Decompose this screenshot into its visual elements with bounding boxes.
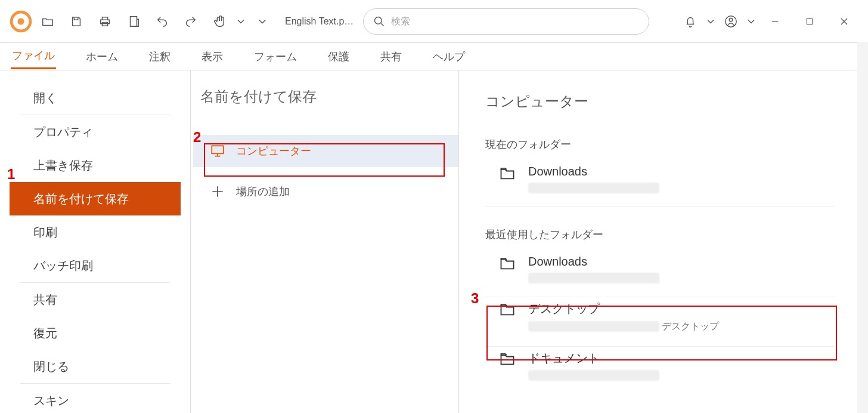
file-batch-print[interactable]: バッチ印刷 — [10, 249, 181, 282]
recent-folder-header: 最近使用したフォルダー — [485, 227, 868, 242]
tab-file[interactable]: ファイル — [11, 44, 56, 69]
folder-path — [528, 370, 659, 381]
tab-view[interactable]: 表示 — [200, 45, 224, 69]
window-close[interactable] — [827, 8, 861, 35]
svg-rect-3 — [102, 22, 107, 26]
annotation-step-3: 3 — [471, 290, 479, 307]
computer-panel-title: コンピューター — [485, 92, 868, 111]
svg-rect-8 — [807, 19, 812, 24]
tab-form[interactable]: フォーム — [253, 45, 298, 69]
file-share[interactable]: 共有 — [10, 283, 181, 316]
doc-dropdown-icon[interactable] — [249, 8, 275, 35]
location-add-place[interactable]: 場所の追加 — [193, 175, 458, 208]
file-save[interactable]: 上書き保存 — [10, 149, 181, 182]
annotation-highlight-3 — [486, 306, 837, 360]
hand-dropdown-icon[interactable] — [235, 8, 247, 35]
file-revert[interactable]: 復元 — [10, 316, 181, 350]
save-icon[interactable] — [63, 8, 89, 35]
file-close[interactable]: 閉じる — [10, 350, 181, 383]
search-input[interactable] — [391, 16, 639, 27]
undo-icon[interactable] — [149, 8, 175, 35]
svg-point-7 — [729, 18, 733, 21]
tab-share[interactable]: 共有 — [379, 45, 403, 69]
folder-icon — [497, 255, 517, 274]
annotation-step-1: 1 — [7, 166, 15, 183]
tab-protect[interactable]: 保護 — [327, 45, 351, 69]
tab-home[interactable]: ホーム — [85, 45, 119, 69]
folder-name: Downloads — [528, 255, 659, 269]
print-icon[interactable] — [92, 8, 118, 35]
clipboard-icon[interactable] — [120, 8, 147, 35]
folder-path — [528, 182, 659, 193]
window-maximize[interactable] — [793, 8, 826, 35]
folder-name: Downloads — [528, 165, 659, 178]
folder-row[interactable]: Downloads — [485, 251, 835, 297]
ribbon-tabs: ファイル ホーム 注釈 表示 フォーム 保護 共有 ヘルプ — [0, 43, 868, 70]
file-open[interactable]: 開く — [10, 81, 181, 115]
open-icon[interactable] — [35, 8, 61, 35]
scrollbar[interactable] — [857, 42, 868, 413]
tab-help[interactable]: ヘルプ — [432, 45, 466, 69]
annotation-step-2: 2 — [193, 129, 201, 146]
search-icon — [373, 16, 385, 27]
save-as-locations: 名前を付けて保存 コンピューター 場所の追加 — [191, 70, 459, 413]
file-print[interactable]: 印刷 — [10, 215, 181, 249]
current-folder-header: 現在のフォルダー — [485, 137, 868, 152]
folder-icon — [497, 165, 517, 184]
folder-row[interactable]: Downloads — [485, 161, 835, 207]
file-menu: 開く プロパティ 上書き保存 名前を付けて保存 印刷 バッチ印刷 共有 復元 閉… — [0, 70, 191, 413]
file-save-as[interactable]: 名前を付けて保存 — [10, 182, 181, 215]
tab-comment[interactable]: 注釈 — [148, 45, 172, 69]
computer-panel: コンピューター 現在のフォルダー Downloads 最近使用したフォルダー D… — [459, 70, 868, 413]
bell-icon[interactable] — [677, 8, 703, 35]
annotation-highlight-2 — [204, 143, 445, 177]
file-skin[interactable]: スキン — [10, 384, 181, 413]
window-minimize[interactable] — [758, 8, 792, 35]
redo-icon[interactable] — [178, 8, 204, 35]
plus-icon — [210, 184, 225, 199]
folder-path — [528, 272, 659, 283]
file-properties[interactable]: プロパティ — [10, 115, 181, 149]
svg-point-1 — [17, 18, 24, 24]
bell-dropdown-icon[interactable] — [705, 8, 717, 35]
user-dropdown-icon[interactable] — [745, 8, 757, 35]
svg-rect-4 — [131, 16, 137, 26]
save-as-title: 名前を付けて保存 — [191, 87, 458, 135]
search-box[interactable] — [363, 8, 649, 35]
svg-point-5 — [375, 17, 382, 24]
hand-tool-icon[interactable] — [206, 8, 232, 35]
document-title: English Text.p… — [285, 16, 354, 27]
app-logo — [10, 10, 32, 33]
user-icon[interactable] — [718, 8, 744, 35]
location-label: 場所の追加 — [236, 184, 290, 199]
